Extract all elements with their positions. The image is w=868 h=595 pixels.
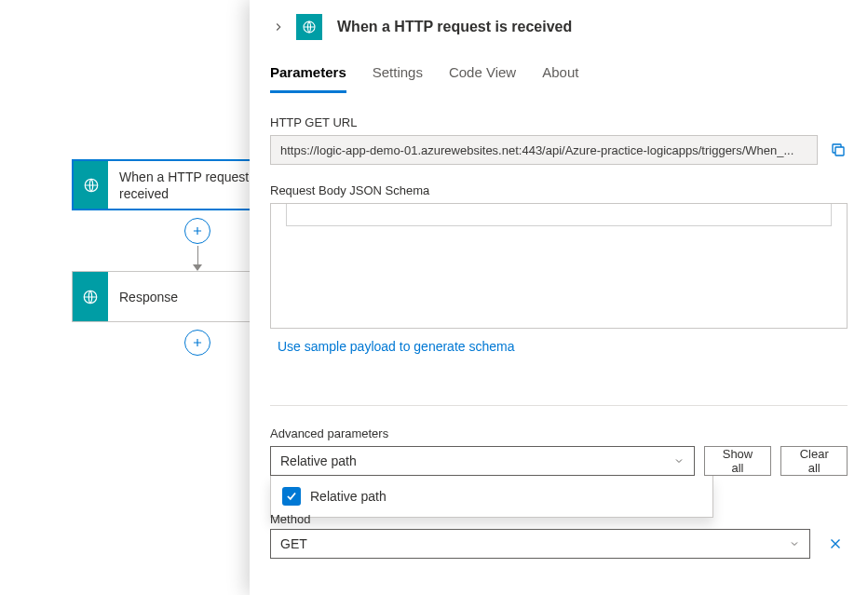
- show-all-button[interactable]: Show all: [704, 446, 772, 476]
- panel-header: When a HTTP request is received: [250, 0, 868, 54]
- http-get-url-label: HTTP GET URL: [270, 115, 848, 129]
- panel-body: HTTP GET URL https://logic-app-demo-01.a…: [250, 115, 868, 559]
- connector-line: [197, 246, 198, 264]
- details-panel: When a HTTP request is received Paramete…: [250, 0, 868, 595]
- http-get-url-value[interactable]: https://logic-app-demo-01.azurewebsites.…: [270, 135, 818, 165]
- tab-parameters[interactable]: Parameters: [270, 54, 346, 93]
- chevron-down-icon: [673, 455, 685, 467]
- collapse-chevron-icon[interactable]: [270, 19, 287, 35]
- sample-payload-link[interactable]: Use sample payload to generate schema: [278, 339, 514, 354]
- dropdown-option-relative-path[interactable]: Relative path: [271, 476, 712, 517]
- request-schema-label: Request Body JSON Schema: [270, 183, 848, 197]
- method-label: Method: [270, 512, 848, 523]
- tab-about[interactable]: About: [542, 54, 578, 93]
- advanced-params-dropdown[interactable]: Relative path: [270, 446, 695, 476]
- schema-inner-frame: [286, 204, 832, 226]
- method-dropdown[interactable]: GET: [270, 529, 810, 559]
- http-trigger-icon: [74, 161, 108, 209]
- clear-all-button[interactable]: Clear all: [780, 446, 848, 476]
- chevron-down-icon: [789, 538, 800, 549]
- add-step-button-2[interactable]: [184, 330, 210, 356]
- remove-method-icon[interactable]: [823, 532, 848, 556]
- schema-textarea[interactable]: [270, 203, 848, 329]
- svg-rect-3: [835, 147, 844, 156]
- tab-codeview[interactable]: Code View: [449, 54, 516, 93]
- advanced-params-selected: Relative path: [280, 453, 357, 468]
- copy-url-icon[interactable]: [829, 141, 848, 159]
- checkbox-checked-icon: [282, 487, 301, 506]
- panel-title: When a HTTP request is received: [337, 19, 572, 35]
- dropdown-option-label: Relative path: [310, 489, 387, 504]
- panel-tabs: Parameters Settings Code View About: [250, 54, 868, 93]
- add-step-button-1[interactable]: [184, 218, 210, 244]
- response-title: Response: [108, 289, 189, 305]
- response-icon: [73, 272, 108, 321]
- connector-arrow-icon: [193, 264, 202, 271]
- advanced-params-label: Advanced parameters: [270, 426, 848, 440]
- section-divider: [270, 405, 848, 406]
- method-value: GET: [280, 536, 307, 551]
- tab-settings[interactable]: Settings: [373, 54, 423, 93]
- http-trigger-icon: [296, 14, 322, 40]
